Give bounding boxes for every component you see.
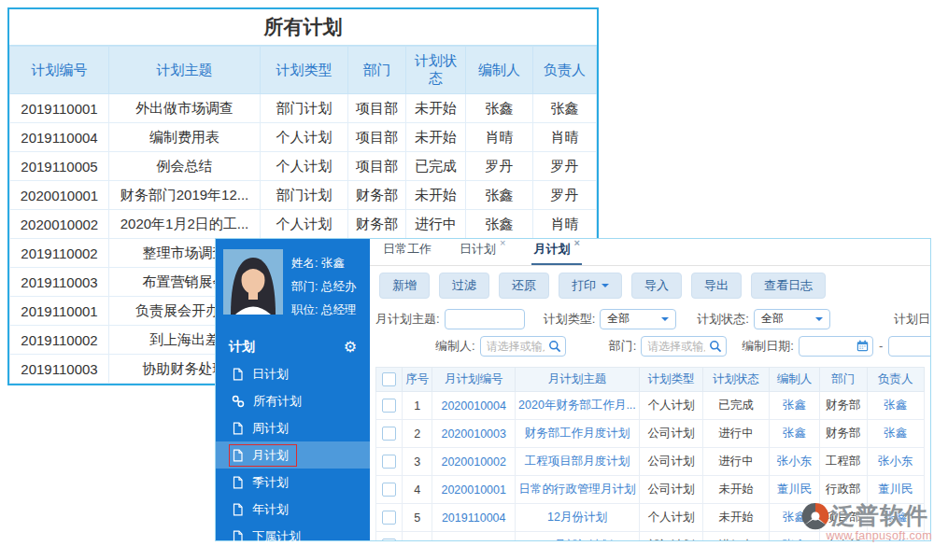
cell-plan-id-link[interactable]: 2020010001 — [432, 476, 516, 504]
cell-plan-subject-link[interactable]: 日常的行政管理月计划 — [516, 476, 640, 504]
print-label: 打印 — [572, 277, 596, 294]
cell-owner-link[interactable]: 张鑫 — [867, 392, 925, 420]
row-checkbox[interactable] — [382, 427, 396, 441]
sidebar-item-yearly-plan[interactable]: 年计划 — [216, 496, 370, 523]
export-button[interactable]: 导出 — [691, 273, 742, 299]
view-log-button[interactable]: 查看日志 — [751, 273, 826, 299]
main-panel: 日常工作 日计划 × 月计划 × 新增 过滤 还原 打印 导入 导出 查看日志 … — [370, 239, 930, 540]
sidebar-item-subordinate-plan[interactable]: 下属计划 — [216, 523, 370, 550]
cell-plan-id-link[interactable]: 2020010004 — [432, 392, 516, 420]
sidebar-item-monthly-plan[interactable]: 月计划 — [216, 441, 370, 469]
select-all-checkbox[interactable] — [382, 372, 396, 386]
cell-creator-link[interactable]: 董川民 — [769, 476, 819, 504]
restore-button[interactable]: 还原 — [499, 273, 549, 299]
cell-index: 1 — [403, 392, 432, 420]
cell-plan-id: 2019110004 — [10, 123, 109, 152]
filter-button[interactable]: 过滤 — [439, 273, 489, 299]
file-icon — [232, 503, 244, 516]
type-select[interactable]: 全部 — [600, 309, 676, 329]
cell-owner-link[interactable]: 张小东 — [867, 448, 925, 476]
file-icon — [232, 476, 244, 489]
cell-owner-link[interactable]: 董川民 — [867, 476, 925, 504]
table-row: 5 2019110004 12月份计划 个人计划 未开始 张鑫 项目部 张鑫 — [376, 504, 925, 532]
cell-creator-link[interactable]: 张小东 — [769, 448, 819, 476]
row-checkbox[interactable] — [382, 455, 396, 469]
table-row: 2020010001 财务部门2019年12... 部门计划 财务部 未开始 张… — [10, 181, 597, 210]
tab-daily-plan[interactable]: 日计划 × — [458, 239, 507, 265]
status-select[interactable]: 全部 — [754, 309, 830, 329]
row-checkbox[interactable] — [382, 539, 396, 540]
cell-owner-link[interactable]: 李薇 — [867, 532, 925, 541]
cell-index: 3 — [403, 448, 432, 476]
cell-creator-link[interactable]: 张鑫 — [769, 392, 819, 420]
cell-plan-status: 进行中 — [406, 210, 466, 239]
print-button[interactable]: 打印 — [559, 273, 622, 299]
col-plan-status: 计划状态 — [406, 47, 466, 94]
create-date-end-input[interactable] — [888, 336, 930, 357]
tab-daily-work[interactable]: 日常工作 — [381, 239, 433, 265]
user-info: 姓名: 张鑫 部门: 总经办 职位: 总经理 — [291, 249, 356, 322]
cell-plan-type: 公司计划 — [639, 448, 702, 476]
cell-plan-subject-link[interactable]: 11月部门计划 — [516, 532, 640, 541]
status-select-value: 全部 — [761, 311, 784, 327]
sidebar-item-weekly-plan[interactable]: 周计划 — [216, 414, 370, 441]
cell-plan-status: 未开始 — [406, 181, 466, 210]
subject-input[interactable] — [445, 309, 525, 329]
table-row: 2019110004 编制费用表 个人计划 项目部 未开始 肖晴 肖晴 — [10, 123, 597, 152]
search-icon[interactable] — [709, 340, 722, 353]
sidebar-item-all-plans[interactable]: 所有计划 — [216, 387, 370, 414]
cell-plan-status: 未开始 — [406, 94, 466, 123]
cell-dept: 项目部 — [348, 152, 406, 181]
cell-plan-id-link[interactable]: 2019110002 — [432, 532, 516, 541]
cell-plan-subject-link[interactable]: 12月份计划 — [516, 504, 640, 532]
table-row: 2020010002 2020年1月2日的工... 个人计划 财务部 进行中 张… — [10, 210, 597, 239]
cell-creator-link[interactable]: 张鑫 — [769, 504, 819, 532]
creator-label: 编制人: — [435, 338, 475, 355]
row-checkbox[interactable] — [382, 511, 396, 525]
table-row: 3 2020010002 工程项目部月度计划 公司计划 进行中 张小东 工程部 … — [376, 448, 925, 476]
search-icon[interactable] — [548, 340, 561, 353]
calendar-icon[interactable] — [856, 340, 869, 352]
add-button[interactable]: 新增 — [379, 273, 430, 299]
cell-plan-subject-link[interactable]: 工程项目部月度计划 — [516, 448, 640, 476]
type-select-value: 全部 — [607, 311, 630, 327]
cell-index: 2 — [403, 420, 432, 448]
row-checkbox[interactable] — [382, 399, 396, 413]
cell-creator: 张鑫 — [466, 210, 533, 239]
cell-plan-status: 未开始 — [703, 476, 769, 504]
col-plan-subject: 计划主题 — [109, 47, 261, 94]
cell-creator-link[interactable]: 张鑫 — [769, 532, 819, 541]
cell-creator-link[interactable]: 张鑫 — [769, 420, 819, 448]
cell-owner-link[interactable]: 张鑫 — [867, 420, 925, 448]
cell-creator: 张鑫 — [466, 94, 533, 123]
sidebar-item-label: 季计划 — [252, 474, 289, 491]
sidebar-item-quarterly-plan[interactable]: 季计划 — [216, 469, 370, 496]
table-row: 4 2020010001 日常的行政管理月计划 公司计划 未开始 董川民 行政部… — [376, 476, 925, 504]
close-icon[interactable]: × — [573, 239, 579, 254]
cell-plan-type: 部门计划 — [639, 532, 702, 541]
cell-plan-id-link[interactable]: 2019110004 — [432, 504, 516, 532]
cell-plan-subject-link[interactable]: 财务部工作月度计划 — [516, 420, 640, 448]
user-card: 姓名: 张鑫 部门: 总经办 职位: 总经理 — [216, 239, 370, 330]
cell-creator: 肖晴 — [466, 123, 533, 152]
dept-label: 部门: — [609, 338, 637, 355]
cell-owner-link[interactable]: 张鑫 — [867, 504, 925, 532]
close-icon[interactable]: × — [500, 239, 505, 254]
sidebar-item-label: 年计划 — [252, 501, 289, 518]
tab-monthly-plan[interactable]: 月计划 × — [531, 239, 581, 265]
col-plan-type: 计划类型 — [639, 368, 702, 392]
table-row: 1 2020010004 2020年财务部工作月... 个人计划 已完成 张鑫 … — [376, 392, 925, 420]
cell-owner: 肖晴 — [533, 210, 597, 239]
section-title: 计划 — [229, 339, 255, 356]
table-header-row: 计划编号 计划主题 计划类型 部门 计划状态 编制人 负责人 — [10, 47, 597, 94]
cell-plan-id-link[interactable]: 2020010003 — [432, 420, 516, 448]
row-checkbox[interactable] — [382, 483, 396, 497]
import-button[interactable]: 导入 — [631, 273, 682, 299]
cell-plan-type: 个人计划 — [639, 504, 702, 532]
cell-plan-status: 进行中 — [703, 532, 769, 541]
file-icon — [232, 449, 244, 462]
cell-plan-id-link[interactable]: 2020010002 — [432, 448, 516, 476]
sidebar-item-daily-plan[interactable]: 日计划 — [216, 360, 370, 387]
cell-plan-subject-link[interactable]: 2020年财务部工作月... — [516, 392, 640, 420]
gear-icon[interactable]: ⚙ — [344, 341, 357, 354]
